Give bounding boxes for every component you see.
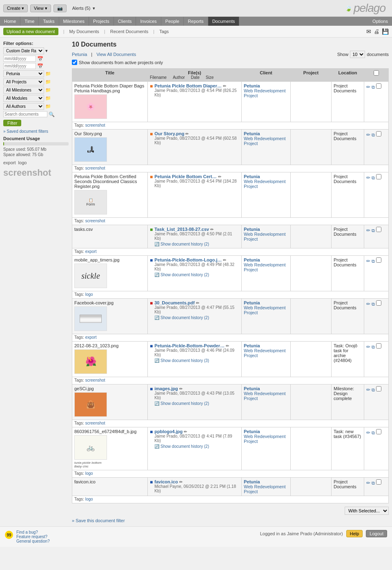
logo-tag[interactable]: logo [18,160,27,165]
nav-reports[interactable]: Reports [184,17,208,26]
history-link[interactable]: 🔄 Show document history (2) [154,273,239,277]
duplicate-doc-icon[interactable]: ⧉ [372,228,375,233]
email-icon[interactable]: ✉ [366,28,371,35]
duplicate-doc-icon[interactable]: ⧉ [372,132,375,137]
filename-link[interactable]: favicon.ico [154,479,178,484]
doc-checkbox[interactable] [376,386,381,391]
filename-link[interactable]: Our Story.png [154,131,184,136]
calendar-to-icon[interactable]: 📅 [37,63,43,69]
duplicate-doc-icon[interactable]: ⧉ [372,175,375,180]
my-documents-link[interactable]: My Documents [69,29,99,34]
edit-doc-icon[interactable]: ✏ [366,430,370,436]
tag-link[interactable]: screenshot [85,123,105,127]
history-link[interactable]: 🔄 Show document history (3) [154,358,239,363]
nav-tasks[interactable]: Tasks [39,17,59,26]
save-filter-link[interactable]: » Save this document filter [72,518,125,523]
filename-link[interactable]: images.jpg [154,386,178,391]
duplicate-doc-icon[interactable]: ⧉ [372,259,375,264]
edit-file-icon[interactable]: ✏ [218,174,221,179]
doc-checkbox[interactable] [376,174,381,179]
show-count-select[interactable]: 10 25 50 [350,51,365,58]
duplicate-doc-icon[interactable]: ⧉ [372,344,375,349]
edit-doc-icon[interactable]: ✏ [366,228,370,233]
edit-file-icon[interactable]: ✏ [223,84,226,88]
client-link[interactable]: Petunia [244,227,260,232]
module-select[interactable]: All Modules [3,95,44,102]
client-link[interactable]: Petunia [244,343,260,348]
edit-file-icon[interactable]: ✏ [196,301,199,305]
project-link[interactable]: Web Redevelopment Project [244,484,286,494]
client-link[interactable]: Petunia [244,131,260,136]
feature-request-link[interactable]: Feature request? [16,534,50,539]
tag-link[interactable]: export [85,335,97,340]
doc-checkbox[interactable] [376,83,381,89]
find-bug-link[interactable]: Find a bug? [16,530,50,534]
nav-time[interactable]: Time [20,17,39,26]
tag-link[interactable]: screenshot [85,166,105,170]
doc-checkbox[interactable] [376,227,381,232]
project-link[interactable]: Web Redevelopment Project [244,136,286,146]
client-filter-link[interactable]: Petunia [72,52,87,57]
project-link[interactable]: Web Redevelopment Project [244,434,286,444]
calendar-from-icon[interactable]: 📅 [37,56,43,62]
logout-button[interactable]: Logout [366,530,387,537]
general-question-link[interactable]: General question? [16,539,50,543]
with-selected-select[interactable]: With Selected... Download Delete [345,507,389,515]
edit-file-icon[interactable]: ✏ [223,258,226,262]
doc-checkbox[interactable] [376,429,381,434]
nav-milestones[interactable]: Milestones [59,17,89,26]
project-link[interactable]: Web Redevelopment Project [244,88,286,98]
print-icon[interactable]: 🖨 [374,28,379,35]
filename-link[interactable]: ppblogo4.jpg [154,429,183,434]
tag-link[interactable]: logo [85,497,93,501]
project-link[interactable]: Web Redevelopment Project [244,179,286,189]
doc-checkbox[interactable] [376,343,381,349]
date-to-input[interactable] [3,63,36,69]
tags-link[interactable]: Tags [159,29,169,34]
edit-file-icon[interactable]: ✏ [185,132,189,136]
saved-filters-link[interactable]: » Saved document filters [3,129,48,134]
filename-link[interactable]: Task_List_2013-08-27.csv [154,227,209,232]
save-icon[interactable]: 💾 [382,28,389,35]
edit-file-icon[interactable]: ✏ [210,227,214,232]
filename-link[interactable]: 30_Documents.pdf [154,300,194,305]
project-link[interactable]: Web Redevelopment Project [244,305,286,315]
select-all-checkbox[interactable] [374,70,379,76]
history-link[interactable]: 🔄 Show document history (2) [154,242,239,246]
duplicate-doc-icon[interactable]: ⧉ [372,85,375,89]
project-link[interactable]: Web Redevelopment Project [244,348,286,358]
help-button[interactable]: Help [346,530,363,537]
edit-doc-icon[interactable]: ✏ [366,387,370,393]
client-link[interactable]: Petunia [244,429,260,434]
client-link[interactable]: Petunia [244,83,260,88]
tag-link[interactable]: export [85,249,97,254]
tag-link[interactable]: logo [85,471,93,476]
nav-people[interactable]: People [161,17,184,26]
filter-button[interactable]: Filter [3,120,21,126]
tag-link[interactable]: screenshot [85,421,105,425]
nav-options[interactable]: Options [368,17,392,26]
doc-checkbox[interactable] [376,479,381,485]
project-link[interactable]: Web Redevelopment Project [244,232,286,241]
project-select[interactable]: All Projects [3,78,44,85]
nav-clients[interactable]: Clients [114,17,136,26]
export-tag[interactable]: export [3,160,16,165]
doc-checkbox[interactable] [376,300,381,306]
screenshot-tag[interactable]: screenshot [3,168,51,178]
tag-link[interactable]: screenshot [85,378,105,382]
active-projects-checkbox[interactable] [72,60,77,65]
author-select[interactable]: All Authors [3,103,44,110]
edit-doc-icon[interactable]: ✏ [366,175,370,181]
project-link[interactable]: Web Redevelopment Project [244,391,286,401]
duplicate-doc-icon[interactable]: ⧉ [372,430,375,435]
history-link[interactable]: 🔄 Show document history (2) [154,444,239,449]
tag-link[interactable]: logo [85,292,93,297]
duplicate-doc-icon[interactable]: ⧉ [372,302,375,306]
doc-checkbox[interactable] [376,131,381,136]
client-link[interactable]: Petunia [244,386,260,391]
date-range-select[interactable]: Custom Date Range [3,47,44,54]
edit-doc-icon[interactable]: ✏ [366,84,370,90]
filename-link[interactable]: Petunia Pickle Bottom Diaper… [154,83,221,88]
duplicate-doc-icon[interactable]: ⧉ [372,387,375,392]
filename-link[interactable]: Petunia-Pickle-Bottom-Logo.j… [154,257,222,262]
